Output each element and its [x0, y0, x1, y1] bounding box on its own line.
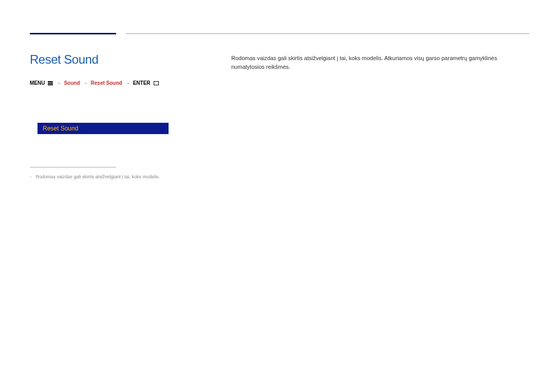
menu-item-reset-sound[interactable]: Reset Sound	[38, 123, 169, 134]
breadcrumb-reset-sound: Reset Sound	[91, 80, 122, 86]
page-title: Reset Sound	[30, 52, 98, 67]
breadcrumb-menu: MENU	[30, 80, 45, 86]
breadcrumb-sound: Sound	[64, 80, 80, 86]
description-text: Rodomas vaizdas gali skirtis atsižvelgia…	[231, 54, 529, 71]
breadcrumb: MENU → Sound → Reset Sound → ENTER	[30, 80, 159, 86]
enter-icon	[154, 81, 159, 85]
header-divider	[126, 33, 529, 34]
footnote-divider	[30, 167, 116, 167]
arrow-icon: →	[83, 81, 88, 86]
menu-icon	[48, 81, 53, 85]
arrow-icon: →	[125, 81, 130, 86]
menu-panel: Reset Sound	[38, 123, 169, 134]
footnote-dash: -	[30, 174, 31, 179]
footnote-text: Rodomas vaizdas gali skirtis atsižvelgia…	[36, 174, 160, 179]
breadcrumb-enter: ENTER	[133, 80, 151, 86]
header-accent-bar	[30, 33, 116, 34]
footnote: - Rodomas vaizdas gali skirtis atsižvelg…	[30, 174, 160, 179]
arrow-icon: →	[56, 81, 61, 86]
